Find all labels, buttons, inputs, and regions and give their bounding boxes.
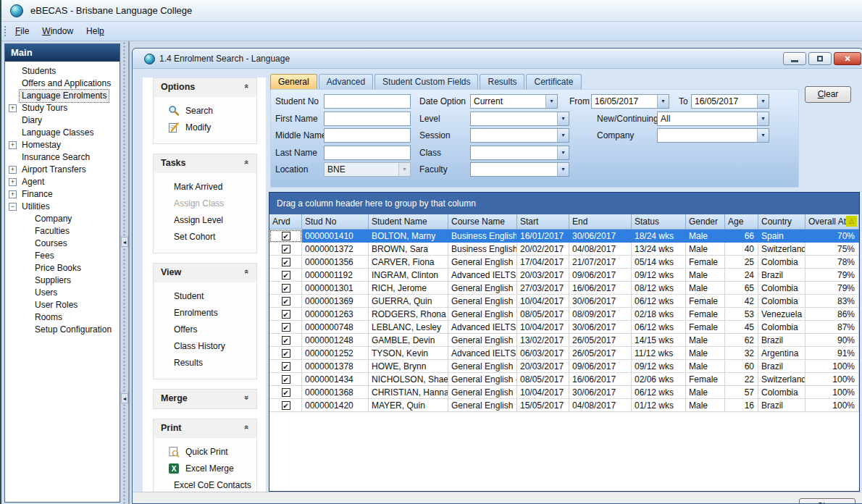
collapse-sidebar-icon[interactable]: ◄ <box>121 393 128 403</box>
sidebar-item-finance[interactable]: +Finance <box>5 188 120 201</box>
dropdown-arrow-icon[interactable]: ▼ <box>557 112 569 125</box>
menu-file[interactable]: File <box>9 25 35 38</box>
sidebar-item-homestay[interactable]: +Homestay <box>5 139 120 151</box>
sidebar-item-courses[interactable]: Courses <box>5 238 120 250</box>
restore-button[interactable] <box>808 52 832 65</box>
task-item-search[interactable]: Search <box>154 103 256 119</box>
column-header-start[interactable]: Start <box>517 214 569 230</box>
column-header-end[interactable]: End <box>569 214 632 230</box>
checkbox-checked[interactable]: ✔ <box>282 362 290 371</box>
table-row[interactable]: ✔0000001252TYSON, KevinAdvanced IELTS06/… <box>269 347 859 360</box>
expand-icon[interactable]: + <box>9 166 17 174</box>
task-item-assign-level[interactable]: Assign Level <box>154 212 256 229</box>
column-header-overall-at[interactable]: Overall At△ <box>805 214 859 230</box>
column-header-stud-no[interactable]: Stud No <box>302 214 369 230</box>
expand-icon[interactable]: + <box>9 141 17 149</box>
dropdown-arrow-icon[interactable]: ▼ <box>398 163 410 176</box>
task-item-modify[interactable]: Modify <box>154 119 256 136</box>
dropdown-arrow-icon[interactable]: ▼ <box>557 163 569 176</box>
sidebar-splitter[interactable]: ◄ ◄ <box>120 41 130 504</box>
task-item-enrolments[interactable]: Enrolments <box>154 305 256 322</box>
checkbox-checked[interactable]: ✔ <box>282 336 290 345</box>
checkbox-checked[interactable]: ✔ <box>282 349 290 358</box>
sidebar-item-language-enrolments[interactable]: Language Enrolments <box>5 90 120 102</box>
from-date-combo[interactable]: 16/05/2017 ▼ <box>591 94 669 109</box>
task-item-student[interactable]: Student <box>154 288 256 305</box>
table-row[interactable]: ✔0000001372BROWN, SaraBusiness English P… <box>269 243 859 256</box>
table-row[interactable]: ✔0000001301RICH, JeromeGeneral English27… <box>269 282 859 295</box>
task-item-set-cohort[interactable]: Set Cohort <box>154 229 256 245</box>
section-header-print[interactable]: Print« <box>154 419 256 438</box>
checkbox-checked[interactable]: ✔ <box>282 388 290 397</box>
expand-icon[interactable]: + <box>9 104 17 112</box>
first-name-input[interactable] <box>324 112 411 126</box>
task-item-results[interactable]: Results <box>154 355 256 371</box>
table-row[interactable]: ✔0000000748LEBLANC, LesleyAdvanced IELTS… <box>269 321 859 334</box>
collapse-icon[interactable]: − <box>9 203 17 211</box>
table-row[interactable]: ✔0000001356CARVER, FionaGeneral English1… <box>269 256 859 269</box>
expand-icon[interactable]: + <box>9 178 17 186</box>
dropdown-arrow-icon[interactable]: ▼ <box>757 95 769 108</box>
last-name-input[interactable] <box>324 146 411 160</box>
clear-button-bottom[interactable]: Clear <box>799 498 855 504</box>
dropdown-arrow-icon[interactable]: ▼ <box>557 146 569 159</box>
checkbox-checked[interactable]: ✔ <box>282 245 290 253</box>
sidebar-item-airport-transfers[interactable]: +Airport Transfers <box>5 164 120 176</box>
middle-name-input[interactable] <box>324 128 411 143</box>
tab-advanced[interactable]: Advanced <box>319 74 373 89</box>
sidebar-item-users[interactable]: Users <box>5 287 120 299</box>
column-header-age[interactable]: Age <box>725 214 758 230</box>
sidebar-item-fees[interactable]: Fees <box>5 250 120 262</box>
sidebar-item-utilities[interactable]: −Utilities <box>5 201 120 213</box>
sidebar-item-insurance-search[interactable]: Insurance Search <box>5 151 120 164</box>
checkbox-checked[interactable]: ✔ <box>282 297 290 306</box>
collapse-sidebar-icon[interactable]: ◄ <box>121 237 128 247</box>
table-row[interactable]: ✔0000001368CHRISTIAN, HannaGeneral Engli… <box>269 386 859 399</box>
checkbox-checked[interactable]: ✔ <box>282 401 290 410</box>
clear-button[interactable]: Clear <box>805 86 851 103</box>
minimize-button[interactable] <box>783 52 806 65</box>
sidebar-item-diary[interactable]: Diary <box>5 114 120 127</box>
checkbox-checked[interactable]: ✔ <box>282 232 290 240</box>
student-no-input[interactable] <box>324 94 411 109</box>
sidebar-item-study-tours[interactable]: +Study Tours <box>5 102 120 114</box>
table-row[interactable]: ✔0000001192INGRAM, ClintonAdvanced IELTS… <box>269 269 859 282</box>
column-header-gender[interactable]: Gender <box>686 214 725 230</box>
group-by-bar[interactable]: Drag a column header here to group by th… <box>269 193 859 214</box>
sidebar-item-setup-configuration[interactable]: Setup Configuration <box>5 324 120 336</box>
table-row[interactable]: ✔0000001369GUERRA, QuinGeneral English10… <box>269 295 859 308</box>
sidebar-item-suppliers[interactable]: Suppliers <box>5 274 120 287</box>
table-row[interactable]: ✔0000001378HOWE, BrynnGeneral English20/… <box>269 360 859 373</box>
table-row[interactable]: ✔0000001248GAMBLE, DevinGeneral English1… <box>269 334 859 347</box>
section-header-options[interactable]: Options« <box>154 78 256 97</box>
column-header-country[interactable]: Country <box>758 214 805 230</box>
dropdown-arrow-icon[interactable]: ▼ <box>657 95 669 108</box>
section-header-view[interactable]: View« <box>154 264 256 282</box>
dropdown-arrow-icon[interactable]: ▼ <box>557 129 569 142</box>
sidebar-item-price-books[interactable]: Price Books <box>5 262 120 274</box>
table-row[interactable]: ✔0000001434NICHOLSON, ShaeleighGeneral E… <box>269 373 859 386</box>
tab-results[interactable]: Results <box>480 74 524 89</box>
sidebar-item-agent[interactable]: +Agent <box>5 176 120 188</box>
checkbox-checked[interactable]: ✔ <box>282 310 290 319</box>
checkbox-checked[interactable]: ✔ <box>282 258 290 266</box>
checkbox-checked[interactable]: ✔ <box>282 323 290 332</box>
section-header-tasks[interactable]: Tasks« <box>154 154 256 173</box>
sidebar-item-faculties[interactable]: Faculties <box>5 225 120 238</box>
task-item-quick-print[interactable]: Quick Print <box>154 444 256 461</box>
close-button[interactable]: ✕ <box>834 52 861 65</box>
dropdown-arrow-icon[interactable]: ▼ <box>545 95 557 108</box>
table-row[interactable]: ✔0000001410BOLTON, MarnyBusiness English… <box>269 230 859 243</box>
task-item-excel-merge[interactable]: XExcel Merge <box>154 461 256 477</box>
expand-icon[interactable]: + <box>9 190 17 198</box>
table-row[interactable]: ✔0000001263RODGERS, RhonaGeneral English… <box>269 308 859 321</box>
dropdown-arrow-icon[interactable]: ▼ <box>757 129 769 142</box>
sidebar-item-rooms[interactable]: Rooms <box>5 311 120 324</box>
sidebar-item-user-roles[interactable]: User Roles <box>5 299 120 311</box>
sidebar-item-students[interactable]: Students <box>5 65 120 77</box>
checkbox-checked[interactable]: ✔ <box>282 284 290 293</box>
dropdown-arrow-icon[interactable]: ▼ <box>757 112 769 125</box>
checkbox-checked[interactable]: ✔ <box>282 375 290 384</box>
menu-help[interactable]: Help <box>80 25 111 38</box>
company-combo[interactable]: ▼ <box>657 128 769 143</box>
